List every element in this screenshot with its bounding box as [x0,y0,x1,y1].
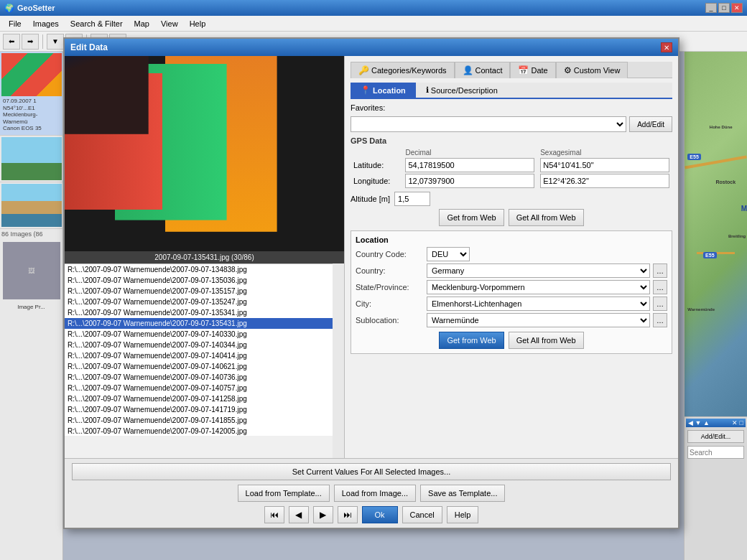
maximize-button[interactable]: □ [718,3,730,13]
gps-col-decimal: Decimal [402,148,537,157]
nav-action-row: ⏮ ◀ ▶ ⏭ Ok Cancel Help [72,506,671,523]
longitude-sex-input[interactable] [540,174,669,188]
nav-prev-button[interactable]: ◀ [289,506,309,523]
country-select[interactable]: Germany [427,263,650,278]
load-from-image-button[interactable]: Load from Image... [334,485,416,502]
tab-custom-view[interactable]: ⚙ Custom View [556,62,628,78]
file-list-item[interactable]: R:\...\2007-09-07 Warnemuende\2007-09-07… [65,329,333,340]
categories-icon: 🔑 [358,65,369,75]
menu-view[interactable]: View [155,18,184,29]
gps-get-all-from-web-button[interactable]: Get All from Web [509,209,584,226]
sublocation-label: Sublocation: [356,316,424,325]
file-list-item[interactable]: R:\...\2007-09-07 Warnemuende\2007-09-07… [65,426,333,436]
toolbar-btn-3[interactable]: ▼ [47,34,64,50]
sublocation-dots-button[interactable]: … [653,313,667,327]
menu-help[interactable]: Help [184,18,212,29]
menu-map[interactable]: Map [129,18,155,29]
load-from-template-button[interactable]: Load from Template... [238,485,330,502]
file-list-item[interactable]: R:\...\2007-09-07 Warnemuende\2007-09-07… [65,415,333,426]
country-code-select[interactable]: DEU [427,247,470,261]
tab-contact[interactable]: 👤 Contact [455,62,511,78]
tab-location[interactable]: 📍 Location [351,83,416,98]
nav-last-button[interactable]: ⏭ [338,506,358,523]
map-badge-e55-1: E55 [687,154,700,160]
file-list-item[interactable]: R:\...\2007-09-07 Warnemuende\2007-09-07… [65,297,333,307]
cancel-button[interactable]: Cancel [402,506,442,523]
altitude-input[interactable] [394,192,430,206]
set-current-values-button[interactable]: Set Current Values For All Selected Imag… [72,463,671,480]
file-list-item[interactable]: R:\...\2007-09-07 Warnemuende\2007-09-07… [65,264,333,275]
file-list-item[interactable]: R:\...\2007-09-07 Warnemuende\2007-09-07… [65,307,333,318]
favorites-input-row: Add/Edit [351,116,672,132]
dialog-photo [65,56,344,251]
gps-longitude-row: Longitude: [351,173,672,189]
file-list-item[interactable]: R:\...\2007-09-07 Warnemuende\2007-09-07… [65,286,333,297]
thumbnail-image-3 [1,184,62,227]
file-list-item[interactable]: R:\...\2007-09-07 Warnemuende\2007-09-07… [65,361,333,372]
dialog-title-bar: Edit Data ✕ [65,39,678,56]
location-get-from-web-button[interactable]: Get from Web [439,332,504,349]
country-code-label: Country Code: [356,250,424,258]
city-select[interactable]: Elmenhorst-Lichtenhagen [427,297,650,311]
menu-search-filter[interactable]: Search & Filter [65,18,129,29]
file-list-item[interactable]: R:\...\2007-09-07 Warnemuende\2007-09-07… [65,275,333,286]
tab-date[interactable]: 📅 Date [510,62,555,78]
city-dots-button[interactable]: … [653,297,667,311]
menu-images[interactable]: Images [27,18,65,29]
longitude-decimal-cell [402,173,537,189]
thumbnail-item-2[interactable] [0,136,62,182]
file-list-item[interactable]: R:\...\2007-09-07 Warnemuende\2007-09-07… [65,318,333,329]
file-list[interactable]: R:\...\2007-09-07 Warnemuende\2007-09-07… [65,263,333,436]
sublocation-select[interactable]: Warnemünde [427,313,650,327]
dialog-bottom: Set Current Values For All Selected Imag… [65,458,678,528]
file-list-item[interactable]: R:\...\2007-09-07 Warnemuende\2007-09-07… [65,350,333,361]
gps-get-from-web-button[interactable]: Get from Web [439,209,504,226]
file-list-item[interactable]: R:\...\2007-09-07 Warnemuende\2007-09-07… [65,340,333,350]
map-label-rostock: Rostock [716,179,736,185]
location-title: Location [356,235,667,244]
image-preview-bottom: 🖼 [3,242,60,299]
latitude-decimal-input[interactable] [405,158,534,172]
location-get-all-from-web-button[interactable]: Get All from Web [509,332,584,349]
latitude-sex-input[interactable] [540,158,669,172]
file-list-item[interactable]: R:\...\2007-09-07 Warnemuende\2007-09-07… [65,372,333,383]
dialog-close-button[interactable]: ✕ [661,42,672,52]
help-button[interactable]: Help [447,506,479,523]
file-list-scrollbar[interactable] [333,263,344,459]
toolbar-btn-1[interactable]: ⬅ [3,34,20,50]
menu-bar: File Images Search & Filter Map View Hel… [0,16,747,32]
toolbar-btn-2[interactable]: ➡ [22,34,39,50]
search-input[interactable] [687,446,744,459]
favorites-select[interactable] [351,116,626,132]
file-list-item[interactable]: R:\...\2007-09-07 Warnemuende\2007-09-07… [65,383,333,393]
tab-row-1: 🔑 Categories/Keywords 👤 Contact 📅 Date ⚙… [351,62,672,78]
tab-source-description[interactable]: ℹ Source/Description [416,83,508,98]
country-dots-button[interactable]: … [653,263,667,278]
source-tab-icon: ℹ [426,85,429,95]
close-button[interactable]: ✕ [731,3,743,13]
ok-button[interactable]: Ok [362,506,398,523]
menu-file[interactable]: File [3,18,27,29]
favorites-add-edit-button[interactable]: Add/Edit [629,116,672,132]
thumbnail-item-3[interactable] [0,182,62,229]
state-dots-button[interactable]: … [653,280,667,294]
right-panel-inner: Add/Edit... [686,427,746,460]
add-edit-button[interactable]: Add/Edit... [687,430,744,443]
right-panel-bottom: ◀ ▼ ▲ ✕ □ Add/Edit... [685,416,747,560]
tab-categories[interactable]: 🔑 Categories/Keywords [351,62,455,78]
right-panel-close-icon[interactable]: ✕ □ [732,419,743,426]
thumbnail-image-2 [1,137,62,180]
longitude-decimal-input[interactable] [405,174,534,188]
nav-first-button[interactable]: ⏮ [264,506,284,523]
save-as-template-button[interactable]: Save as Template... [420,485,505,502]
nav-next-button[interactable]: ▶ [313,506,333,523]
title-bar-buttons: _ □ ✕ [705,3,743,13]
map-label-warnemunde: Warnemünde [687,307,715,312]
state-select[interactable]: Mecklenburg-Vorpommern [427,280,650,294]
favorites-row: Favorites: [351,103,672,112]
country-row: Country: Germany … [356,263,667,278]
file-list-item[interactable]: R:\...\2007-09-07 Warnemuende\2007-09-07… [65,404,333,415]
thumbnail-item-1[interactable]: 07.09.2007 1N54°10'...E1Mecklenburg-Warn… [0,52,62,136]
file-list-item[interactable]: R:\...\2007-09-07 Warnemuende\2007-09-07… [65,393,333,404]
minimize-button[interactable]: _ [705,3,717,13]
